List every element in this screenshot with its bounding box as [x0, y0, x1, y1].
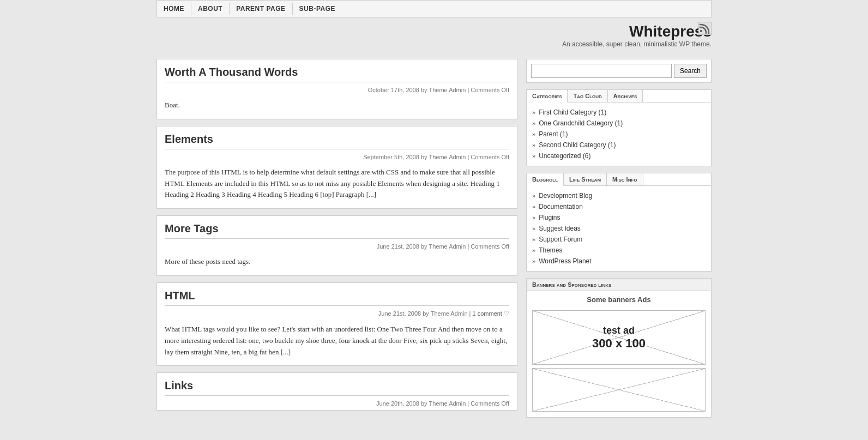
tab-life-stream[interactable]: Life Stream [564, 173, 607, 185]
double-arrow-icon: » [532, 225, 535, 232]
post-divider [165, 238, 509, 239]
nav-item-home[interactable]: Home [157, 3, 191, 15]
main-content: Worth A Thousand Words October 17th, 200… [156, 59, 517, 424]
svg-rect-1 [700, 30, 702, 32]
rss-icon [698, 22, 712, 35]
double-arrow-icon: » [532, 258, 535, 264]
double-arrow-icon: » [532, 236, 535, 243]
post-title: HTML [157, 283, 517, 305]
banner-line2: 300 x 100 [592, 336, 646, 351]
banner-ad-2[interactable] [532, 368, 706, 412]
blogroll-link[interactable]: Suggest Ideas [539, 225, 581, 232]
banner-line1: test ad [592, 325, 646, 336]
banners-widget: Banners and Sponsored links Some banners… [526, 278, 712, 418]
navigation-bar: Home About Parent Page Sub-page [156, 0, 712, 17]
nav-item-about[interactable]: About [191, 3, 230, 15]
list-item: » Documentation [532, 201, 706, 212]
double-arrow-icon: » [532, 153, 535, 159]
post-title: Elements [157, 126, 517, 149]
blogroll-tab-bar: Blogroll Life Stream Misc Info [527, 173, 711, 186]
search-input[interactable] [531, 64, 672, 78]
header-right: Whitepress An accessible, super clean, m… [0, 17, 868, 53]
list-item: » Parent (1) [532, 129, 706, 140]
search-button[interactable]: Search [674, 64, 707, 78]
blogroll-link[interactable]: Support Forum [539, 236, 582, 243]
post-content: What HTML tags would you like to see? Le… [157, 321, 517, 365]
rss-icon-container[interactable] [698, 22, 712, 37]
list-item: » WordPress Planet [532, 256, 706, 267]
post-divider [165, 149, 509, 149]
blogroll-list: » Development Blog » Documentation » Plu… [527, 186, 711, 271]
double-arrow-icon: » [532, 142, 535, 148]
nav-item-parent-page[interactable]: Parent Page [230, 3, 292, 15]
post-comment-link[interactable]: 1 comment [473, 310, 502, 317]
sidebar: Search Categories Tag Cloud Archives » F… [526, 59, 712, 424]
post-divider [165, 395, 509, 396]
post-meta: June 20th, 2008 by Theme Admin | Comment… [157, 399, 517, 410]
list-item: » Suggest Ideas [532, 223, 706, 234]
post-title: Worth A Thousand Words [157, 59, 517, 82]
list-item: » Uncategorized (6) [532, 150, 706, 161]
double-arrow-icon: » [532, 109, 535, 116]
category-link[interactable]: Uncategorized (6) [539, 152, 590, 160]
post-divider [165, 82, 509, 82]
site-title: Whitepress [0, 23, 712, 40]
double-arrow-icon: » [532, 131, 535, 137]
list-item: » Themes [532, 245, 706, 256]
banner-ad-1[interactable]: test ad 300 x 100 [532, 310, 706, 365]
category-link[interactable]: One Grandchild Category (1) [539, 119, 623, 127]
post-elements: Elements September 5th, 2008 by Theme Ad… [156, 126, 517, 209]
category-link[interactable]: Parent (1) [539, 130, 568, 138]
nav-item-sub-page[interactable]: Sub-page [293, 3, 342, 15]
tab-misc-info[interactable]: Misc Info [607, 173, 643, 185]
banners-title: Banners and Sponsored links [527, 279, 711, 291]
blogroll-link[interactable]: Development Blog [539, 192, 592, 200]
post-title: More Tags [157, 216, 517, 238]
categories-tab-bar: Categories Tag Cloud Archives [527, 90, 711, 103]
post-meta: October 17th, 2008 by Theme Admin | Comm… [157, 86, 517, 97]
post-meta: June 21st, 2008 by Theme Admin | 1 comme… [157, 309, 517, 321]
double-arrow-icon: » [532, 192, 535, 199]
search-form: Search [527, 59, 711, 82]
categories-list: » First Child Category (1) » One Grandch… [527, 103, 711, 166]
post-content: More of these posts need tags. [157, 253, 517, 275]
post-content: Boat. [157, 97, 517, 119]
post-html: HTML June 21st, 2008 by Theme Admin | 1 … [156, 282, 517, 366]
double-arrow-icon: » [532, 203, 535, 210]
search-widget: Search [526, 59, 712, 83]
blogroll-link[interactable]: WordPress Planet [539, 257, 592, 265]
blogroll-link[interactable]: Themes [539, 246, 562, 254]
content-area: Worth A Thousand Words October 17th, 200… [156, 53, 712, 424]
category-link[interactable]: First Child Category (1) [539, 109, 606, 116]
post-title: Links [157, 373, 517, 395]
list-item: » Second Child Category (1) [532, 140, 706, 150]
list-item: » Plugins [532, 212, 706, 223]
tab-archives[interactable]: Archives [608, 90, 643, 102]
blogroll-link[interactable]: Documentation [539, 203, 583, 210]
double-arrow-icon: » [532, 214, 535, 221]
post-more-tags: More Tags June 21st, 2008 by Theme Admin… [156, 215, 517, 276]
site-tagline: An accessible, super clean, minimalistic… [0, 40, 712, 48]
tab-blogroll[interactable]: Blogroll [527, 173, 564, 186]
header-section: Whitepress An accessible, super clean, m… [0, 17, 868, 53]
post-divider [165, 305, 509, 306]
list-item: » First Child Category (1) [532, 107, 706, 118]
post-links: Links June 20th, 2008 by Theme Admin | C… [156, 372, 517, 411]
category-link[interactable]: Second Child Category (1) [539, 141, 616, 149]
list-item: » Support Forum [532, 234, 706, 245]
list-item: » Development Blog [532, 190, 706, 201]
post-worth-a-thousand-words: Worth A Thousand Words October 17th, 200… [156, 59, 517, 119]
banner-ad-text: test ad 300 x 100 [592, 325, 646, 351]
banners-label: Some banners Ads [527, 291, 711, 307]
blogroll-link[interactable]: Plugins [539, 214, 560, 221]
post-meta-prefix: June 21st, 2008 by Theme Admin | [378, 310, 473, 317]
categories-widget: Categories Tag Cloud Archives » First Ch… [526, 89, 712, 166]
post-meta: June 21st, 2008 by Theme Admin | Comment… [157, 242, 517, 253]
double-arrow-icon: » [532, 120, 535, 126]
post-meta: September 5th, 2008 by Theme Admin | Com… [157, 153, 517, 164]
tab-tag-cloud[interactable]: Tag Cloud [568, 90, 607, 102]
post-content: The purpose of this HTML is to help dete… [157, 164, 517, 208]
double-arrow-icon: » [532, 247, 535, 254]
blogroll-widget: Blogroll Life Stream Misc Info » Develop… [526, 173, 712, 272]
tab-categories[interactable]: Categories [527, 90, 568, 103]
